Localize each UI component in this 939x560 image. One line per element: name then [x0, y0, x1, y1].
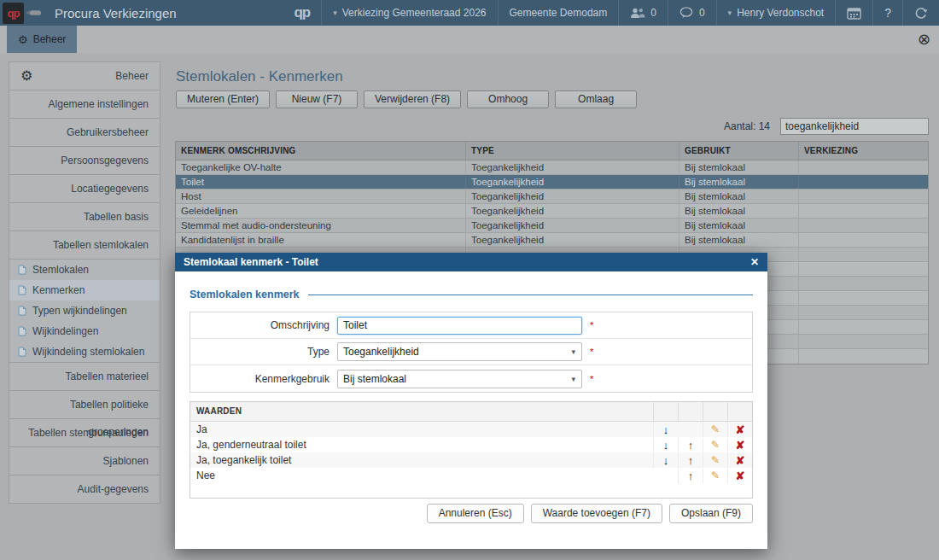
- section-title: Stemlokalen kenmerk: [190, 289, 300, 300]
- type-label: Type: [190, 346, 337, 358]
- messages-count: 0: [699, 7, 705, 19]
- kenmerkgebruik-label: Kenmerkgebruik: [190, 373, 337, 385]
- election-selector-label: Verkiezing Gemeenteraad 2026: [342, 7, 487, 19]
- waarde-toevoegen-button[interactable]: Waarde toevoegen (F7): [531, 504, 662, 523]
- election-selector[interactable]: ▾ Verkiezing Gemeenteraad 2026: [321, 0, 497, 26]
- dialog-header: Stemlokaal kenmerk - Toilet ✕: [175, 253, 767, 271]
- move-up-icon[interactable]: ↑: [678, 438, 703, 452]
- move-down-icon[interactable]: ↓: [653, 423, 678, 437]
- chevron-down-icon: ▾: [333, 9, 337, 17]
- tab-beheer[interactable]: ⚙ Beheer: [7, 26, 77, 53]
- form-row-omschrijving: Omschrijving *: [190, 312, 752, 339]
- delete-icon[interactable]: ✘: [727, 453, 752, 468]
- waarden-header-row: WAARDEN: [190, 402, 752, 422]
- waarden-column-header: WAARDEN: [190, 402, 653, 421]
- move-down-icon[interactable]: ↓: [653, 453, 678, 468]
- kenmerk-form: Omschrijving * Type Toegankelijkheid ▾ *…: [190, 312, 753, 393]
- section-divider: [308, 295, 753, 295]
- omschrijving-label: Omschrijving: [190, 319, 337, 331]
- gear-icon: ⚙: [18, 33, 28, 46]
- move-up-icon[interactable]: ↑: [678, 469, 703, 483]
- chevron-down-icon: ▾: [728, 9, 732, 17]
- chat-bubble-icon: [679, 7, 694, 19]
- tab-bar: ⚙ Beheer ⊗: [0, 26, 939, 53]
- close-icon[interactable]: ✕: [750, 257, 759, 267]
- logo-qp-text: qp: [8, 7, 20, 20]
- edit-icon[interactable]: ✎: [703, 423, 727, 437]
- chevron-down-icon: ▾: [571, 347, 575, 356]
- qp-glyph: qp: [283, 0, 321, 26]
- form-row-kenmerkgebruik: Kenmerkgebruik Bij stemlokaal ▾ *: [190, 365, 752, 392]
- edit-icon[interactable]: ✎: [703, 453, 727, 468]
- waarde-row: Ja, toegankelijk toilet ↓ ↑ ✎ ✘: [190, 452, 752, 468]
- user-name: Henry Verdonschot: [737, 7, 824, 19]
- delete-icon[interactable]: ✘: [727, 469, 752, 483]
- opslaan-button[interactable]: Opslaan (F9): [669, 504, 753, 523]
- waarde-row: Ja ↓ ✎ ✘: [190, 422, 752, 437]
- page: qp Procura Verkiezingen qp ▾ Verkiezing …: [0, 0, 939, 560]
- annuleren-button[interactable]: Annuleren (Esc): [427, 504, 524, 523]
- required-marker: *: [590, 347, 593, 357]
- help-button[interactable]: ?: [872, 0, 902, 26]
- edit-icon[interactable]: ✎: [703, 438, 727, 452]
- delete-icon[interactable]: ✘: [727, 423, 752, 437]
- app-logo: qp: [0, 0, 43, 26]
- refresh-button[interactable]: [902, 0, 939, 26]
- header-right-menu: qp ▾ Verkiezing Gemeenteraad 2026 Gemeen…: [283, 0, 939, 26]
- dialog-footer: Annuleren (Esc) Waarde toevoegen (F7) Op…: [427, 504, 753, 523]
- close-workspace-icon[interactable]: ⊗: [918, 31, 930, 48]
- chevron-down-icon: ▾: [571, 375, 575, 383]
- waarden-table: WAARDEN Ja ↓ ✎ ✘ Ja, genderneutraal toil…: [190, 401, 753, 499]
- stemlokaal-kenmerk-dialog: Stemlokaal kenmerk - Toilet ✕ Stemlokale…: [175, 253, 767, 549]
- municipality-label[interactable]: Gemeente Demodam: [498, 0, 619, 26]
- top-header-bar: qp Procura Verkiezingen qp ▾ Verkiezing …: [0, 0, 939, 26]
- required-marker: *: [590, 374, 593, 384]
- pencil-logo-icon: [26, 5, 43, 20]
- form-row-type: Type Toegankelijkheid ▾ *: [190, 339, 752, 365]
- waarde-row: Nee ↑ ✎ ✘: [190, 468, 752, 483]
- help-icon: ?: [884, 6, 891, 20]
- move-down-icon[interactable]: ↓: [653, 438, 678, 452]
- waarde-row: Ja, genderneutraal toilet ↓ ↑ ✎ ✘: [190, 437, 752, 452]
- user-menu[interactable]: ▾ Henry Verdonschot: [716, 0, 836, 26]
- procura-logo-icon: qp: [3, 3, 24, 24]
- kenmerkgebruik-select[interactable]: Bij stemlokaal ▾: [337, 370, 582, 388]
- move-up-icon[interactable]: ↑: [678, 453, 703, 468]
- messages-indicator[interactable]: 0: [668, 0, 716, 26]
- dialog-body: Stemlokalen kenmerk Omschrijving * Type …: [175, 271, 767, 549]
- section-header: Stemlokalen kenmerk: [190, 289, 753, 300]
- app-title: Procura Verkiezingen: [55, 0, 177, 26]
- delete-icon[interactable]: ✘: [727, 438, 752, 452]
- refresh-icon: [914, 7, 928, 20]
- users-icon: [630, 8, 645, 19]
- edit-icon[interactable]: ✎: [703, 469, 727, 483]
- required-marker: *: [590, 320, 593, 330]
- attendees-indicator[interactable]: 0: [618, 0, 668, 26]
- tab-beheer-label: Beheer: [33, 33, 67, 45]
- attendees-count: 0: [650, 7, 656, 19]
- dialog-title: Stemlokaal kenmerk - Toilet: [184, 256, 318, 268]
- calendar-button[interactable]: [835, 0, 872, 26]
- type-select[interactable]: Toegankelijkheid ▾: [337, 342, 582, 361]
- calendar-icon: [847, 7, 861, 20]
- omschrijving-input[interactable]: [337, 317, 582, 335]
